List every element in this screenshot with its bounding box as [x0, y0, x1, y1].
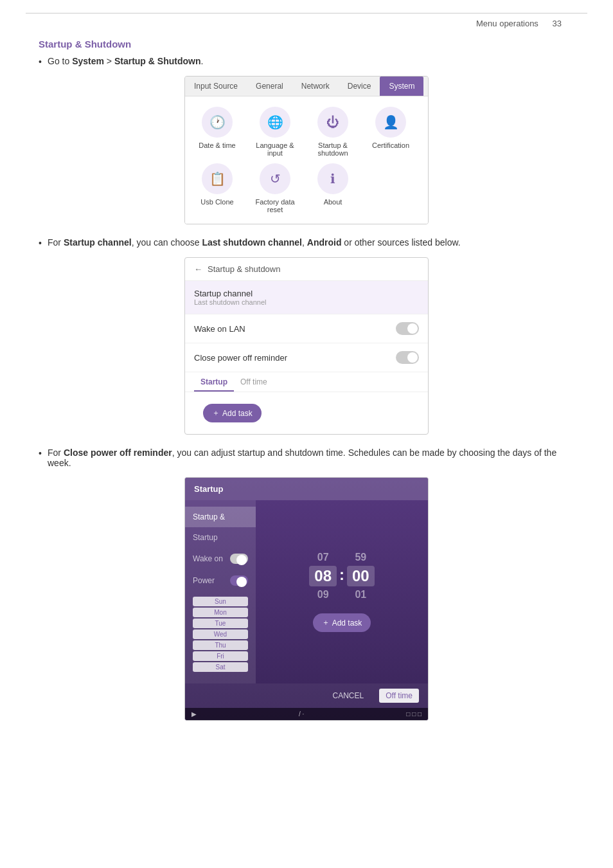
day-thu[interactable]: Thu: [193, 640, 248, 650]
system-menu-tabs: Input Source General Network Device Syst…: [185, 77, 428, 96]
page-number: 33: [553, 19, 562, 28]
bullet2-dot: •: [39, 238, 44, 248]
bullet1-para: • Go to System > Startup & Shutdown.: [39, 56, 574, 67]
bullet3-para: • For Close power off reminder, you can …: [39, 448, 574, 468]
startup-channel-label: Startup channel: [194, 289, 267, 298]
b2-bold3: Android: [307, 237, 342, 248]
startup-shutdown-panel: ← Startup & shutdown Startup channel Las…: [184, 257, 429, 435]
day-fri[interactable]: Fri: [193, 651, 248, 661]
day-tue[interactable]: Tue: [193, 619, 248, 628]
cert-icon: 👤: [375, 107, 406, 138]
back-arrow-icon[interactable]: ←: [194, 264, 202, 274]
tab-system[interactable]: System: [380, 77, 423, 96]
day-wed[interactable]: Wed: [193, 629, 248, 639]
bullet1-bold2: Startup & Shutdown: [114, 56, 201, 66]
wake-on-lan-toggle[interactable]: [396, 322, 419, 335]
icon-language[interactable]: 🌐 Language & input: [249, 107, 301, 157]
status-right: □ □ □: [406, 710, 422, 718]
days-column: Sun Mon Tue Wed Thu Fri Sat: [185, 592, 256, 677]
cancel-button[interactable]: CANCEL: [328, 689, 369, 703]
startup-header: Startup: [185, 478, 428, 500]
time-actions-row: CANCEL Off time: [185, 683, 428, 708]
panel-title: Startup & shutdown: [208, 264, 280, 274]
left-side-panel: Startup & Startup Wake on Power: [185, 500, 256, 683]
icon-startup-shutdown[interactable]: ⏻ Startup & shutdown: [307, 107, 359, 157]
time-add-icon: ＋: [322, 617, 330, 628]
schedule-tabs: Startup Off time: [185, 372, 428, 392]
bullet1-before: Go to: [48, 56, 72, 66]
b2-after: or other sources listed below.: [341, 237, 460, 248]
bullet1-after: .: [200, 56, 203, 66]
icon-cert-label: Certification: [372, 141, 409, 149]
icon-date-time[interactable]: 🕐 Date & time: [191, 107, 243, 157]
time-colon-separator: :: [339, 566, 344, 584]
hour-07: 07: [317, 552, 329, 563]
page-info: Menu operations 33: [476, 19, 587, 28]
b3-bold1: Close power off reminder: [64, 448, 172, 458]
status-left: ▶: [191, 710, 197, 718]
section-title: Startup & Shutdown: [39, 39, 574, 50]
day-sat[interactable]: Sat: [193, 662, 248, 672]
wake-on-lan-row[interactable]: Wake on LAN: [185, 314, 428, 343]
minute-wheel: 59 00 01: [347, 552, 375, 601]
side-startup-label: Startup &: [193, 512, 248, 521]
main-content: Startup & Shutdown • Go to System > Star…: [0, 39, 613, 721]
system-menu-screenshot: Input Source General Network Device Syst…: [184, 76, 429, 224]
b2-mid2: ,: [302, 237, 307, 248]
side-power-label: Power: [193, 576, 215, 585]
time-add-task-btn[interactable]: ＋ Add task: [313, 613, 371, 632]
tab-startup[interactable]: Startup: [194, 372, 234, 392]
icon-factory-label: Factory data reset: [249, 198, 301, 213]
b3-before: For: [48, 448, 64, 458]
bottom-status-bar: ▶ / · □ □ □: [185, 708, 428, 720]
day-mon[interactable]: Mon: [193, 608, 248, 617]
startup-channel-row[interactable]: Startup channel Last shutdown channel: [185, 281, 428, 314]
bullet3-dot: •: [39, 448, 44, 458]
bullet1-bold1: System: [72, 56, 104, 66]
b2-mid: , you can choose: [132, 237, 202, 248]
globe-icon: 🌐: [260, 107, 290, 138]
time-picker-wheels: 07 08 09 : 59 00 01: [262, 552, 422, 601]
off-time-button[interactable]: Off time: [379, 689, 419, 703]
side-wake-toggle[interactable]: [230, 554, 248, 564]
icon-certification[interactable]: 👤 Certification: [365, 107, 416, 157]
min-00[interactable]: 00: [347, 566, 375, 586]
add-task-button[interactable]: ＋ Add task: [203, 404, 262, 422]
icon-usb-label: Usb Clone: [200, 198, 233, 206]
bullet3-text: For Close power off reminder, you can ad…: [48, 448, 574, 468]
b2-before: For: [48, 237, 64, 248]
hour-08[interactable]: 08: [309, 566, 337, 586]
icon-about-label: About: [324, 198, 342, 206]
add-task-label: Add task: [222, 409, 253, 418]
side-wake-label: Wake on: [193, 554, 223, 563]
tab-general[interactable]: General: [247, 77, 292, 96]
icon-about[interactable]: ℹ About: [307, 163, 359, 213]
tab-device[interactable]: Device: [339, 77, 380, 96]
min-01: 01: [355, 589, 366, 601]
info-icon: ℹ: [317, 163, 348, 194]
time-picker-screenshot: Startup Startup & Startup Wake on: [184, 477, 429, 721]
time-picker-inner: Startup Startup & Startup Wake on: [185, 478, 428, 720]
tab-input-source[interactable]: Input Source: [185, 77, 247, 96]
b2-bold1: Startup channel: [64, 237, 132, 248]
add-task-container: ＋ Add task: [185, 392, 428, 434]
close-power-off-toggle[interactable]: [396, 351, 419, 364]
tab-off-time[interactable]: Off time: [234, 372, 274, 392]
side-startup-section: Startup &: [185, 507, 256, 527]
b2-bold2: Last shutdown channel: [202, 237, 302, 248]
side-power-row[interactable]: Power: [185, 570, 256, 592]
clock-icon: 🕐: [202, 107, 233, 138]
right-time-panel: 07 08 09 : 59 00 01: [256, 500, 428, 683]
close-power-off-row[interactable]: Close power off reminder: [185, 343, 428, 372]
side-startup-row[interactable]: Startup: [185, 527, 256, 548]
bullet2-text: For Startup channel, you can choose Last…: [48, 237, 461, 248]
add-task-plus-icon: ＋: [212, 408, 220, 419]
side-power-toggle[interactable]: [230, 575, 248, 586]
status-center: / ·: [299, 710, 304, 718]
tab-network[interactable]: Network: [292, 77, 339, 96]
side-wake-row[interactable]: Wake on: [185, 548, 256, 570]
icon-usb-clone[interactable]: 📋 Usb Clone: [191, 163, 243, 213]
day-sun[interactable]: Sun: [193, 597, 248, 606]
icon-date-time-label: Date & time: [199, 141, 235, 149]
icon-factory-reset[interactable]: ↺ Factory data reset: [249, 163, 301, 213]
